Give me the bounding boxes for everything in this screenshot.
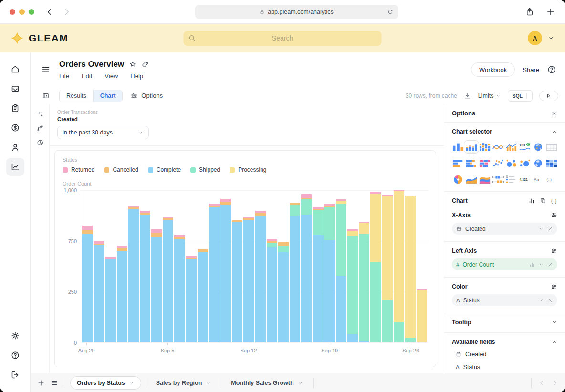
sidebar-item-home[interactable] [6,60,24,78]
bar-segment-shipped[interactable] [382,300,392,342]
minimize-window-button[interactable] [19,9,25,15]
box-plot-icon[interactable] [492,174,504,185]
chart-bar-sep-11[interactable] [232,190,242,342]
chart-bar-sep-12[interactable] [243,190,254,342]
available-field-status[interactable]: AStatus [456,364,557,371]
sidebar-item-settings[interactable] [6,327,24,345]
bar-segment-complete[interactable] [220,205,231,342]
legend-item-complete[interactable]: Complete [148,166,181,173]
code-icon[interactable]: (...) [545,174,558,185]
bar-segment-processing[interactable] [370,194,381,262]
tab-results[interactable]: Results [60,90,93,102]
browser-share-button[interactable] [525,7,534,17]
legend-item-returned[interactable]: Returned [63,166,94,173]
chart-bar-sep-1[interactable] [117,190,127,342]
bar-segment-shipped[interactable] [347,236,358,334]
account-chevron-down-icon[interactable] [548,35,555,41]
collapse-section-button[interactable] [552,339,557,345]
table-icon[interactable] [545,142,558,152]
bar-segment-complete[interactable] [128,209,139,342]
donut-icon[interactable] [452,174,464,185]
close-window-button[interactable] [10,9,15,15]
stacked-bar-chart-icon[interactable] [465,142,478,152]
bar-segment-cancelled[interactable] [255,213,266,216]
sliders-icon[interactable] [551,212,557,218]
menu-view[interactable]: View [105,72,118,80]
bar-segment-shipped[interactable] [394,322,404,342]
scatter-icon[interactable] [492,158,504,168]
big-number-icon[interactable]: 4,321 [519,174,531,185]
date-range-select[interactable]: in the past 30 days [57,126,149,139]
chevron-down-icon[interactable] [298,380,303,386]
heatmap-icon[interactable] [545,158,558,168]
bar-segment-complete[interactable] [151,237,162,342]
bar-chart-icon[interactable] [452,142,464,152]
bar-segment-returned[interactable] [82,226,93,230]
chart-bar-sep-26[interactable] [405,190,416,342]
sliders-icon[interactable] [551,248,557,254]
bar-segment-shipped[interactable] [370,262,381,342]
bar-segment-complete[interactable] [209,207,220,342]
bar-segment-complete[interactable] [278,252,289,342]
bar-segment-complete[interactable] [359,341,369,342]
rail-history-button[interactable] [36,139,44,146]
chart-bar-sep-7[interactable] [186,190,197,342]
bar-segment-shipped[interactable] [405,338,416,342]
bar-horizontal-stacked-icon[interactable] [465,158,478,168]
menu-help[interactable]: Help [130,72,143,80]
bar-segment-complete[interactable] [243,220,254,342]
bar-segment-processing[interactable] [347,231,358,236]
remove-field-icon[interactable] [547,262,553,268]
kpi-trend-icon[interactable]: 123 [519,142,531,152]
chart-bar-sep-17[interactable] [301,190,312,342]
chart-bar-sep-22[interactable] [359,190,369,342]
chevron-down-icon[interactable] [129,380,135,386]
bar-segment-shipped[interactable] [359,234,369,341]
sliders-icon[interactable] [551,283,557,290]
legend-item-shipped[interactable]: Shipped [190,166,220,173]
color-field-pill[interactable]: A Status [452,294,557,306]
sidebar-item-logout[interactable] [6,366,24,384]
page-tab-orders-by-status[interactable]: Orders by Status [70,376,141,390]
bar-segment-complete[interactable] [313,235,323,342]
bar-segment-complete[interactable] [140,215,150,342]
sidebar-item-finance[interactable] [6,119,24,137]
globe-icon[interactable] [532,158,544,168]
mini-bars-icon[interactable] [528,197,535,204]
chart-bar-sep-20[interactable] [336,190,346,342]
next-page-button[interactable] [552,380,558,386]
menu-edit[interactable]: Edit [82,72,92,80]
bar-segment-complete[interactable] [174,239,185,342]
bar-segment-processing[interactable] [359,223,369,234]
bar-segment-complete[interactable] [186,259,197,342]
bar-segment-shipped[interactable] [301,199,312,215]
workbook-menu-button[interactable] [36,65,55,74]
chart-bar-aug-30[interactable] [94,190,104,342]
chart-bar-sep-4[interactable] [151,190,162,342]
bar-segment-shipped[interactable] [278,246,289,253]
chart-bar-sep-2[interactable] [128,190,139,342]
chart-bar-sep-25[interactable] [394,190,404,342]
chart-bar-sep-27[interactable] [417,190,427,342]
reload-button[interactable] [387,9,394,15]
bar-horizontal-icon[interactable] [452,158,464,168]
bar-segment-processing[interactable] [405,196,416,338]
bar-segment-complete[interactable] [301,215,312,342]
sql-dropdown[interactable]: SQL [508,90,533,102]
duplicate-icon[interactable] [540,197,546,204]
chart-bar-sep-24[interactable] [382,190,392,342]
formula-braces-icon[interactable]: { } [551,198,557,204]
chart-bar-sep-14[interactable] [267,190,277,342]
bar-segment-complete[interactable] [105,259,115,342]
bar-segment-complete[interactable] [255,216,266,342]
brand-logo[interactable]: GLEAM [10,31,68,45]
legend-item-processing[interactable]: Processing [230,166,266,173]
geo-map-icon[interactable] [532,142,544,152]
add-page-button[interactable] [37,379,45,387]
sidebar-item-people[interactable] [6,138,24,156]
share-button[interactable]: Share [523,66,539,73]
bar-segment-complete[interactable] [324,240,335,342]
combo-chart-icon[interactable] [505,142,518,152]
chevron-down-icon[interactable] [538,262,544,268]
bar-segment-shipped[interactable] [290,205,300,216]
